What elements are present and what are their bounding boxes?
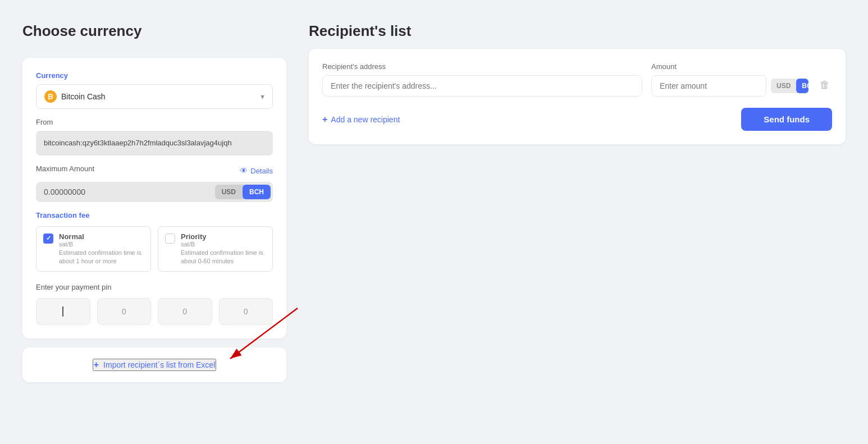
- eye-icon: 👁: [240, 166, 248, 175]
- svg-rect-1: [49, 94, 51, 95]
- checkmark-icon: ✓: [46, 235, 51, 242]
- pin-inputs: 0 0 0: [36, 298, 273, 325]
- address-input[interactable]: [322, 75, 642, 97]
- delete-recipient-button[interactable]: 🗑: [817, 77, 832, 93]
- amount-input-row: USD BCH: [651, 75, 808, 97]
- fee-normal-name: Normal: [59, 232, 144, 241]
- details-link[interactable]: 👁 Details: [240, 166, 273, 175]
- recipient-usd-button[interactable]: USD: [771, 79, 796, 93]
- from-address: bitcoincash:qzy6t3ktlaaep2h7h2fmladquc3s…: [36, 131, 273, 155]
- svg-rect-3: [49, 98, 51, 99]
- recipients-card: Recipient's address Amount USD BCH 🗑: [309, 49, 846, 144]
- fee-normal-checkbox[interactable]: ✓: [43, 234, 53, 244]
- pin-cursor: [62, 306, 63, 317]
- currency-toggle[interactable]: USD BCH: [215, 185, 271, 199]
- max-amount-label: Maximum Amount: [36, 164, 94, 173]
- fee-priority-option[interactable]: Priority sat/B Estimated confirmation ti…: [158, 226, 273, 272]
- currency-field-label: Currency: [36, 71, 273, 80]
- svg-rect-0: [48, 94, 49, 100]
- import-excel-button[interactable]: + Import recipient`s list from Excel: [93, 359, 217, 371]
- currency-select-value: Bitcoin Cash: [61, 92, 106, 101]
- fee-priority-details: Priority sat/B Estimated confirmation ti…: [181, 232, 266, 266]
- tx-fee-label: Transaction fee: [36, 211, 273, 219]
- fee-priority-checkbox[interactable]: [165, 234, 175, 244]
- send-funds-button[interactable]: Send funds: [741, 108, 832, 131]
- add-recipient-plus-icon: +: [322, 115, 327, 125]
- import-card-wrapper: + Import recipient`s list from Excel: [22, 347, 286, 382]
- address-column: Recipient's address: [322, 62, 642, 97]
- details-link-label: Details: [250, 167, 273, 175]
- add-recipient-button[interactable]: + Add a new recipient: [322, 115, 400, 125]
- left-section-title: Choose currency: [22, 22, 286, 40]
- svg-rect-2: [49, 95, 51, 97]
- recipient-currency-toggle[interactable]: USD BCH: [771, 79, 808, 93]
- recipient-bch-button[interactable]: BCH: [796, 79, 808, 93]
- usd-button[interactable]: USD: [215, 185, 243, 199]
- right-section-title: Recipient's list: [309, 22, 846, 40]
- amount-column: Amount USD BCH: [651, 62, 808, 97]
- pin-input-2[interactable]: 0: [97, 298, 152, 325]
- bch-icon: [44, 90, 57, 103]
- amount-col-header: Amount: [651, 62, 808, 71]
- fee-priority-desc: Estimated confirmation time is about 0-6…: [181, 249, 266, 266]
- address-col-header: Recipient's address: [322, 62, 642, 71]
- svg-rect-5: [52, 96, 53, 98]
- plus-icon: +: [94, 360, 99, 370]
- amount-input[interactable]: [651, 75, 766, 97]
- pin-input-3[interactable]: 0: [158, 298, 212, 325]
- fee-priority-name: Priority: [181, 232, 266, 241]
- pin-input-1[interactable]: [36, 298, 90, 325]
- pin-input-4[interactable]: 0: [219, 298, 273, 325]
- fee-normal-details: Normal sat/B Estimated confirmation time…: [59, 232, 144, 266]
- add-recipient-label: Add a new recipient: [331, 115, 400, 124]
- import-card: + Import recipient`s list from Excel: [22, 347, 286, 382]
- fee-normal-rate: sat/B: [59, 241, 144, 248]
- chevron-down-icon: ▾: [261, 92, 264, 101]
- fee-normal-option[interactable]: ✓ Normal sat/B Estimated confirmation ti…: [36, 226, 151, 272]
- import-excel-label: Import recipient`s list from Excel: [103, 360, 215, 369]
- amount-display: 0.00000000: [36, 182, 213, 202]
- fee-priority-rate: sat/B: [181, 241, 266, 248]
- pin-label: Enter your payment pin: [36, 283, 273, 291]
- currency-card: Currency Bitcoin Cash: [22, 58, 286, 338]
- recipient-row-header: Recipient's address Amount USD BCH 🗑: [322, 62, 832, 97]
- svg-rect-4: [52, 94, 53, 97]
- currency-select[interactable]: Bitcoin Cash ▾: [36, 84, 273, 109]
- fee-normal-desc: Estimated confirmation time is about 1 h…: [59, 249, 144, 266]
- from-label: From: [36, 118, 273, 126]
- fee-options: ✓ Normal sat/B Estimated confirmation ti…: [36, 226, 273, 272]
- max-amount-field: 0.00000000 USD BCH: [36, 182, 273, 202]
- recipient-actions: + Add a new recipient Send funds: [322, 108, 832, 131]
- bch-button[interactable]: BCH: [243, 185, 271, 199]
